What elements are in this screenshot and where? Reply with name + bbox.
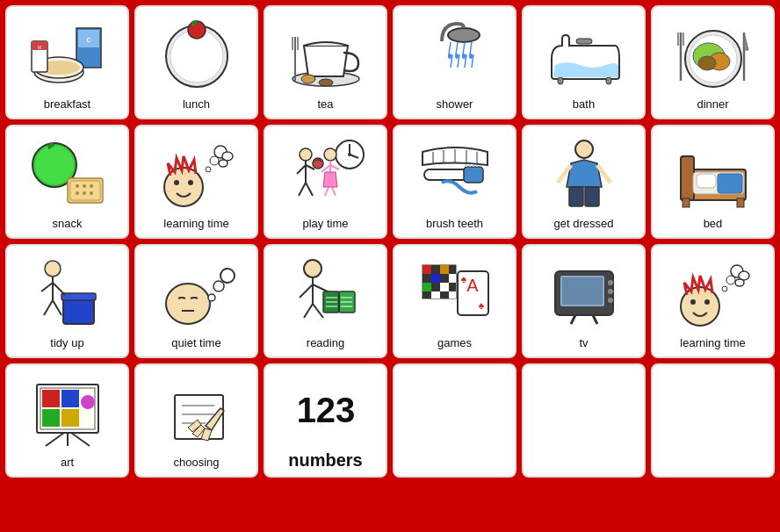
games-icon: A ♠ ♠	[398, 254, 511, 333]
svg-rect-93	[61, 409, 79, 427]
svg-rect-149	[737, 198, 744, 207]
play-time-label: play time	[302, 217, 348, 231]
card-tea[interactable]: tea	[264, 5, 387, 119]
bath-icon	[527, 15, 640, 94]
card-learning-time-1[interactable]: learning time	[134, 125, 258, 239]
svg-rect-169	[562, 277, 603, 305]
svg-point-59	[45, 261, 61, 277]
svg-rect-91	[61, 390, 79, 407]
svg-point-65	[166, 284, 210, 324]
card-lunch[interactable]: lunch	[134, 5, 258, 119]
bed-label: bed	[704, 217, 723, 231]
card-breakfast[interactable]: C M breakfast	[5, 5, 129, 119]
svg-point-17	[319, 79, 333, 86]
svg-rect-92	[42, 409, 60, 427]
get-dressed-icon	[527, 134, 640, 213]
svg-point-29	[76, 191, 79, 195]
numbers-icon: 123	[269, 372, 382, 446]
svg-line-174	[593, 315, 597, 324]
svg-point-112	[469, 54, 473, 59]
card-dinner[interactable]: dinner	[651, 5, 775, 119]
svg-point-176	[690, 299, 696, 305]
svg-point-111	[462, 54, 466, 59]
snack-icon	[11, 134, 124, 213]
dinner-label: dinner	[697, 97, 728, 111]
svg-point-50	[324, 148, 336, 161]
card-shower[interactable]: shower	[393, 5, 516, 119]
card-empty3	[651, 363, 775, 478]
art-label: art	[61, 456, 74, 470]
svg-line-64	[53, 300, 61, 315]
svg-point-34	[188, 180, 193, 185]
card-learning-time-2[interactable]: learning time	[651, 244, 775, 358]
svg-rect-144	[681, 156, 694, 200]
card-brush-teeth[interactable]: brush teeth	[393, 125, 516, 239]
svg-point-69	[220, 269, 235, 283]
bath-label: bath	[573, 97, 595, 111]
learning-time-2-icon	[656, 254, 769, 333]
card-empty2	[522, 363, 646, 478]
svg-line-53	[330, 165, 339, 169]
svg-text:123: 123	[296, 391, 355, 429]
card-tv[interactable]: tv	[522, 244, 646, 358]
svg-point-44	[300, 148, 312, 161]
svg-line-72	[300, 284, 313, 298]
svg-text:M: M	[37, 45, 40, 50]
svg-rect-114	[606, 77, 611, 84]
tv-icon	[527, 254, 640, 333]
svg-point-28	[90, 184, 93, 188]
svg-rect-154	[449, 274, 456, 283]
svg-rect-90	[42, 390, 60, 407]
svg-point-39	[219, 160, 228, 167]
card-tidy-up[interactable]: tidy up	[5, 244, 129, 358]
card-get-dressed[interactable]: get dressed	[522, 125, 646, 239]
card-snack[interactable]: snack	[5, 125, 129, 239]
lunch-label: lunch	[183, 97, 210, 111]
svg-point-14	[188, 21, 206, 39]
svg-rect-162	[422, 283, 431, 291]
svg-point-182	[735, 279, 744, 286]
main-layout: C M breakfast lunch	[0, 0, 780, 483]
svg-line-104	[470, 42, 472, 54]
svg-rect-115	[576, 39, 592, 44]
card-numbers[interactable]: 123 numbers	[264, 363, 387, 478]
choosing-label: choosing	[173, 456, 219, 470]
dinner-icon	[656, 15, 769, 94]
reading-icon	[269, 254, 382, 333]
learning-time-1-icon	[140, 134, 253, 213]
svg-point-70	[304, 260, 321, 277]
svg-rect-142	[585, 187, 599, 206]
svg-rect-156	[440, 283, 449, 291]
card-games[interactable]: A ♠ ♠ games	[393, 244, 516, 358]
svg-point-35	[206, 167, 211, 172]
svg-text:♠: ♠	[460, 273, 466, 285]
snack-label: snack	[53, 217, 83, 231]
card-bed[interactable]: bed	[651, 125, 775, 239]
card-choosing[interactable]: choosing	[134, 363, 258, 478]
svg-point-100	[448, 28, 480, 42]
svg-rect-160	[440, 265, 449, 274]
svg-point-68	[213, 281, 224, 291]
svg-rect-113	[558, 77, 563, 84]
svg-point-31	[90, 191, 93, 195]
svg-text:♠: ♠	[478, 299, 484, 312]
tidy-up-icon	[11, 254, 124, 333]
card-reading[interactable]: reading	[264, 244, 387, 358]
svg-point-171	[608, 289, 613, 294]
numbers-label: numbers	[288, 449, 362, 471]
svg-text:A: A	[466, 276, 479, 295]
svg-point-110	[455, 54, 459, 59]
svg-point-67	[208, 294, 215, 301]
reading-label: reading	[307, 336, 344, 350]
tidy-up-label: tidy up	[50, 336, 83, 350]
svg-point-138	[575, 140, 593, 158]
games-label: games	[437, 336, 472, 350]
svg-rect-146	[697, 174, 716, 188]
card-quiet-time[interactable]: quiet time	[134, 244, 258, 358]
svg-rect-58	[61, 293, 96, 300]
card-bath[interactable]: bath	[522, 5, 646, 119]
card-play-time[interactable]: play time	[264, 125, 387, 239]
shower-label: shower	[437, 97, 473, 111]
svg-line-61	[41, 283, 53, 291]
card-art[interactable]: art	[5, 363, 129, 478]
